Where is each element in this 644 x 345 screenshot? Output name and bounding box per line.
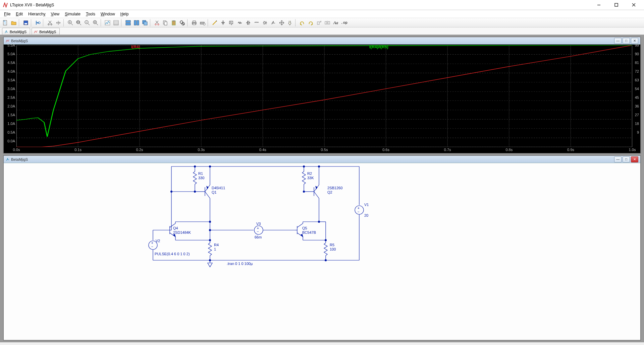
y-axis-left[interactable]: 5.5A5.0A4.5A4.0A3.5A3.0A2.5A2.0A1.5A1.0A… xyxy=(4,45,16,147)
svg-point-21 xyxy=(155,24,156,25)
paste-button[interactable] xyxy=(170,19,178,27)
mirror-button[interactable] xyxy=(323,19,331,27)
x-axis[interactable]: 0.0s0.1s0.2s0.3s0.4s0.5s0.6s0.7s0.8s0.9s… xyxy=(16,147,632,153)
print-setup-button[interactable] xyxy=(199,19,207,27)
tab-waveform[interactable]: BetaMjigS xyxy=(32,28,60,34)
drag-button[interactable] xyxy=(286,19,294,27)
find-button[interactable] xyxy=(178,19,186,27)
spice-directive-button[interactable]: .op xyxy=(340,19,348,27)
cascade-button[interactable] xyxy=(141,19,149,27)
svg-text:−: − xyxy=(151,245,153,249)
plot-area[interactable] xyxy=(16,45,632,147)
schematic-canvas[interactable]: + − + − xyxy=(4,163,640,340)
new-schematic-button[interactable] xyxy=(1,19,9,27)
menu-help[interactable]: Help xyxy=(118,11,131,17)
diode-button[interactable] xyxy=(261,19,269,27)
x-tick-label: 0.0s xyxy=(13,148,20,152)
redo-button[interactable] xyxy=(307,19,315,27)
waveform-window[interactable]: BetaMjigS — □ ✕ I(R4) I(R4)/I(R5) 5.5A5.… xyxy=(3,37,641,153)
schematic-titlebar[interactable]: BetaMjigS — □ ✕ xyxy=(4,156,640,163)
pane-maximize-button[interactable]: □ xyxy=(623,38,630,44)
tab-label: BetaMjigS xyxy=(39,30,56,34)
y-axis-right[interactable]: 999081726354453627189 xyxy=(632,45,640,147)
menu-window[interactable]: Window xyxy=(98,11,118,17)
undo-button[interactable] xyxy=(298,19,306,27)
x-tick-label: 1.0s xyxy=(629,148,636,152)
move-button[interactable] xyxy=(278,19,286,27)
menu-view[interactable]: View xyxy=(48,11,62,17)
pane-close-button[interactable]: ✕ xyxy=(631,156,638,162)
cut-button[interactable] xyxy=(153,19,161,27)
Q4-model: 2SD1484K xyxy=(173,230,191,234)
menu-tools[interactable]: Tools xyxy=(83,11,98,17)
svg-point-134 xyxy=(325,260,327,261)
Q1-name: Q1 xyxy=(212,190,217,194)
zoom-area-button[interactable] xyxy=(75,19,83,27)
svg-rect-10 xyxy=(77,21,79,23)
pane-minimize-button[interactable]: — xyxy=(614,38,622,44)
capacitor-button[interactable] xyxy=(244,19,252,27)
x-tick-label: 0.4s xyxy=(259,148,266,152)
zoom-out-button[interactable] xyxy=(83,19,91,27)
print-button[interactable] xyxy=(190,19,198,27)
waveform-titlebar[interactable]: BetaMjigS — □ ✕ xyxy=(4,37,640,45)
svg-point-131 xyxy=(209,239,211,241)
y-tick-label: 4.0A xyxy=(7,69,15,73)
autorange-button[interactable] xyxy=(104,19,112,27)
y-tick-label: 0.0A xyxy=(7,139,15,143)
y2-tick-label: 36 xyxy=(635,104,639,108)
menu-simulate[interactable]: Simulate xyxy=(62,11,83,17)
copy-button[interactable] xyxy=(161,19,169,27)
close-button[interactable] xyxy=(626,0,641,10)
maximize-button[interactable] xyxy=(608,0,624,10)
y2-tick-label: 81 xyxy=(635,61,639,65)
inductor-button[interactable] xyxy=(253,19,261,27)
R5-value: 100 xyxy=(330,247,336,251)
zoom-in-button[interactable] xyxy=(66,19,74,27)
tile-h-button[interactable] xyxy=(124,19,132,27)
settings-button[interactable] xyxy=(112,19,120,27)
waveform-plot[interactable]: I(R4) I(R4)/I(R5) 5.5A5.0A4.5A4.0A3.5A3.… xyxy=(4,45,640,153)
y2-tick-label: 54 xyxy=(635,87,639,91)
V3-value: 66m xyxy=(255,235,262,239)
toolbar: A Aa .op xyxy=(0,18,644,27)
tile-v-button[interactable] xyxy=(132,19,141,27)
schematic-window[interactable]: BetaMjigS — □ ✕ xyxy=(3,155,641,340)
x-tick-label: 0.8s xyxy=(505,148,513,152)
pan-button[interactable] xyxy=(54,19,62,27)
svg-text:−: − xyxy=(358,210,360,214)
ground-button[interactable] xyxy=(219,19,227,27)
waveform-icon xyxy=(34,30,38,34)
resistor-button[interactable] xyxy=(236,19,244,27)
Q1-model: D45H11 xyxy=(212,186,225,190)
label-net-button[interactable]: A xyxy=(227,19,235,27)
save-button[interactable] xyxy=(22,19,30,27)
schematic-icon xyxy=(6,157,10,161)
svg-line-102 xyxy=(314,192,319,198)
y-tick-label: 2.5A xyxy=(7,95,15,99)
pane-close-button[interactable]: ✕ xyxy=(631,38,638,44)
svg-point-132 xyxy=(325,239,327,241)
cut-button2[interactable] xyxy=(46,19,54,27)
text-button[interactable]: Aa xyxy=(332,19,340,27)
rotate-button[interactable] xyxy=(315,19,323,27)
menu-file[interactable]: File xyxy=(1,11,13,17)
y2-tick-label: 18 xyxy=(635,122,639,126)
svg-text:+: + xyxy=(151,241,153,245)
Q2-name: Q2 xyxy=(327,190,332,194)
pane-minimize-button[interactable]: — xyxy=(614,156,622,162)
draw-wire-button[interactable] xyxy=(211,19,219,27)
y2-tick-label: 72 xyxy=(635,69,639,73)
pane-maximize-button[interactable]: □ xyxy=(623,156,630,162)
run-button[interactable] xyxy=(34,19,42,27)
svg-rect-38 xyxy=(328,21,330,24)
zoom-fit-button[interactable] xyxy=(92,19,100,27)
document-tabs: BetaMjigS BetaMjigS xyxy=(0,27,644,35)
minimize-button[interactable] xyxy=(591,0,606,10)
y2-tick-label: 99 xyxy=(635,43,639,47)
component-button[interactable] xyxy=(269,19,277,27)
tab-schematic[interactable]: BetaMjigS xyxy=(2,28,30,34)
open-button[interactable] xyxy=(10,19,18,27)
menu-edit[interactable]: Edit xyxy=(13,11,25,17)
menu-hierarchy[interactable]: Hierarchy xyxy=(25,11,48,17)
